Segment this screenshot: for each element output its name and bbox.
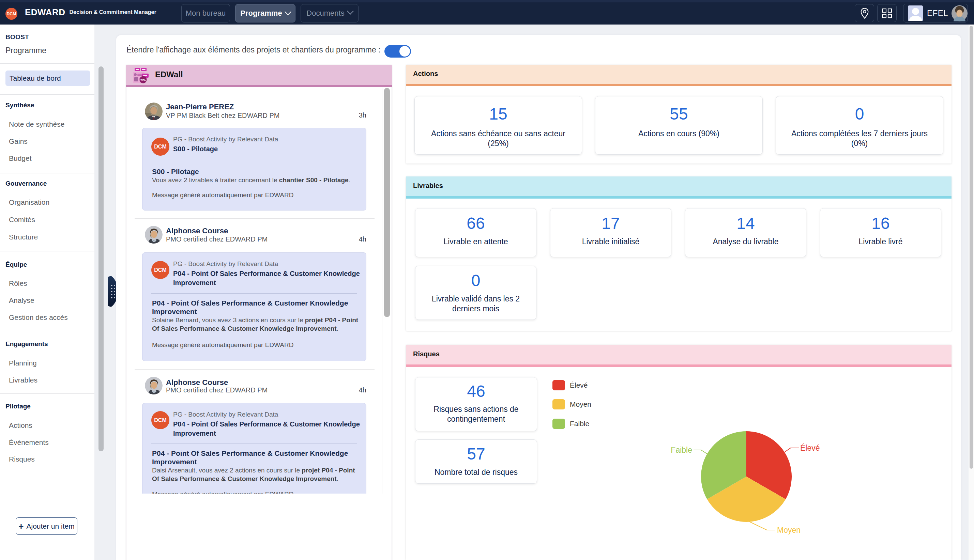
svg-text:Faible: Faible bbox=[671, 445, 692, 454]
svg-text:Moyen: Moyen bbox=[777, 526, 801, 535]
svg-text:WAL: WAL bbox=[140, 79, 146, 81]
svg-text:Élevé: Élevé bbox=[800, 443, 820, 452]
